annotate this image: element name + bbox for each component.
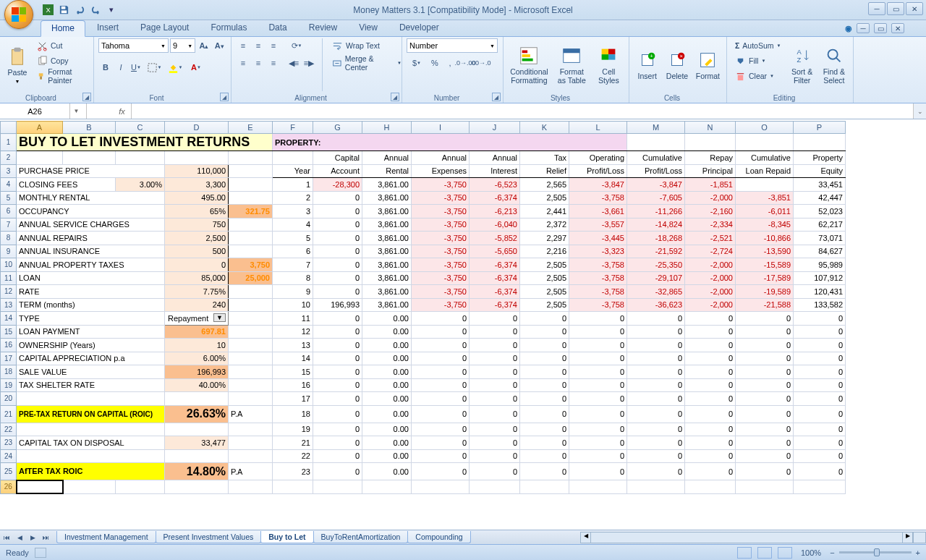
window-title: Money Matters 3.1 [Compatibility Mode] -…: [353, 5, 572, 15]
help-icon[interactable]: ◉: [845, 24, 852, 33]
group-editing: Σ AutoSum ▼ Fill ▼ Clear ▼ AZSort & Filt…: [727, 37, 854, 103]
svg-rect-3: [61, 10, 67, 13]
fill-button[interactable]: Fill ▼: [731, 54, 784, 68]
maximize-button[interactable]: ▭: [887, 2, 904, 15]
italic-button[interactable]: I: [114, 60, 128, 75]
grow-font-button[interactable]: A▴: [197, 38, 211, 53]
name-box[interactable]: ▼: [0, 103, 87, 119]
font-color-button[interactable]: A▼: [186, 60, 206, 75]
formula-bar: ▼ fx ⌄: [0, 103, 926, 119]
svg-rect-18: [522, 59, 533, 61]
name-box-dropdown[interactable]: ▼: [69, 103, 82, 119]
ribbon-tab-data[interactable]: Data: [258, 20, 297, 36]
formula-expand[interactable]: ⌄: [913, 103, 926, 119]
svg-rect-5: [14, 48, 20, 52]
halign-left[interactable]: ≡: [236, 56, 250, 70]
ribbon-tab-insert[interactable]: Insert: [87, 20, 129, 36]
clipboard-dialog[interactable]: ◢: [82, 93, 91, 101]
svg-rect-23: [602, 54, 608, 60]
ribbon-tabs: HomeInsertPage LayoutFormulasDataReviewV…: [0, 20, 926, 37]
cell-styles-button[interactable]: Cell Styles: [593, 38, 624, 91]
fx-button[interactable]: fx: [113, 103, 132, 119]
svg-rect-4: [12, 50, 23, 65]
ribbon-tab-home[interactable]: Home: [41, 20, 85, 37]
copy-button[interactable]: Copy: [33, 54, 89, 68]
svg-point-35: [828, 50, 837, 59]
svg-text:Z: Z: [797, 56, 801, 64]
cond-format-button[interactable]: Conditional Formatting: [508, 38, 551, 91]
percent-button[interactable]: %: [428, 56, 442, 70]
valign-top[interactable]: ≡: [236, 38, 250, 53]
group-alignment: ≡ ≡ ≡ ⟳▼ ≡ ≡ ≡ ◀≡ ≡▶ Wrap Text Mer: [232, 37, 402, 103]
halign-center[interactable]: ≡: [251, 56, 266, 70]
number-dialog[interactable]: ◢: [492, 93, 501, 101]
cut-button[interactable]: Cut: [33, 38, 89, 53]
svg-text:A: A: [797, 48, 802, 56]
group-font: Tahoma▼ 9▼ A▴ A▾ B I U ▼ ▼ ▼ A▼ Font ◢: [94, 37, 232, 103]
svg-rect-12: [148, 63, 156, 71]
name-box-input[interactable]: [0, 103, 69, 119]
ribbon-tab-formulas[interactable]: Formulas: [200, 20, 257, 36]
find-select-button[interactable]: Find & Select: [820, 38, 849, 91]
excel-icon: X: [41, 3, 55, 17]
sort-filter-button[interactable]: AZSort & Filter: [787, 38, 816, 91]
indent-inc[interactable]: ≡▶: [302, 56, 316, 70]
doc-restore[interactable]: ▭: [874, 23, 887, 33]
delete-cell-button[interactable]: ×Delete: [663, 38, 690, 91]
svg-rect-9: [41, 56, 47, 62]
office-button[interactable]: [4, 0, 36, 32]
autosum-button[interactable]: Σ AutoSum ▼: [731, 38, 784, 53]
insert-cell-button[interactable]: +Insert: [634, 38, 660, 91]
valign-bot[interactable]: ≡: [266, 38, 281, 53]
ribbon-tab-review[interactable]: Review: [299, 20, 347, 36]
svg-rect-13: [169, 71, 177, 73]
doc-close[interactable]: ✕: [891, 23, 904, 33]
border-button[interactable]: ▼: [144, 60, 164, 75]
format-table-button[interactable]: Format as Table: [553, 38, 590, 91]
svg-text:X: X: [46, 7, 51, 14]
svg-rect-2: [61, 7, 65, 9]
dec-decimal[interactable]: .00→.0: [473, 56, 488, 70]
fill-color-button[interactable]: ▼: [165, 60, 185, 75]
svg-rect-32: [738, 75, 744, 80]
svg-rect-16: [522, 50, 528, 53]
qat-dropdown[interactable]: ▾: [104, 3, 119, 17]
group-styles: Conditional Formatting Format as Table C…: [504, 37, 629, 103]
ribbon-tab-page-layout[interactable]: Page Layout: [130, 20, 199, 36]
currency-button[interactable]: $ ▼: [407, 56, 427, 70]
paste-button[interactable]: Paste ▼: [4, 38, 30, 91]
underline-button[interactable]: U ▼: [129, 60, 143, 75]
font-size-combo[interactable]: 9▼: [170, 38, 195, 53]
halign-right[interactable]: ≡: [266, 56, 281, 70]
format-cell-button[interactable]: Format: [694, 38, 722, 91]
number-format-combo[interactable]: Number▼: [407, 38, 498, 53]
group-cells: +Insert ×Delete Format Cells: [629, 37, 727, 103]
formula-input[interactable]: [132, 103, 913, 119]
redo-button[interactable]: [88, 3, 103, 17]
clear-button[interactable]: Clear ▼: [731, 69, 784, 83]
shrink-font-button[interactable]: A▾: [213, 38, 226, 53]
orientation-button[interactable]: ⟳▼: [286, 38, 307, 53]
save-button[interactable]: [56, 3, 71, 17]
valign-mid[interactable]: ≡: [251, 38, 266, 53]
close-button[interactable]: ✕: [906, 2, 923, 15]
merge-center-button[interactable]: Merge & Center ▼: [328, 56, 405, 70]
group-clipboard: Paste ▼ Cut Copy Format Painter Clipboar…: [0, 37, 94, 103]
wrap-text-button[interactable]: Wrap Text: [328, 38, 405, 53]
svg-text:+: +: [650, 53, 653, 59]
font-dialog[interactable]: ◢: [220, 93, 229, 101]
titlebar: X ▾ Money Matters 3.1 [Compatibility Mod…: [0, 0, 926, 20]
ribbon-tab-view[interactable]: View: [349, 20, 388, 36]
alignment-dialog[interactable]: ◢: [391, 93, 399, 101]
svg-text:×: ×: [679, 53, 682, 59]
font-name-combo[interactable]: Tahoma▼: [98, 38, 169, 53]
format-painter-button[interactable]: Format Painter: [33, 69, 89, 83]
bold-button[interactable]: B: [98, 60, 113, 75]
indent-dec[interactable]: ◀≡: [286, 56, 301, 70]
undo-button[interactable]: [72, 3, 87, 17]
ribbon-tab-developer[interactable]: Developer: [389, 20, 449, 36]
doc-minimize[interactable]: ─: [857, 23, 870, 33]
svg-rect-21: [602, 49, 608, 55]
group-number: Number▼ $ ▼ % , .0→.00 .00→.0 Number ◢: [402, 37, 504, 103]
minimize-button[interactable]: ─: [868, 2, 885, 15]
